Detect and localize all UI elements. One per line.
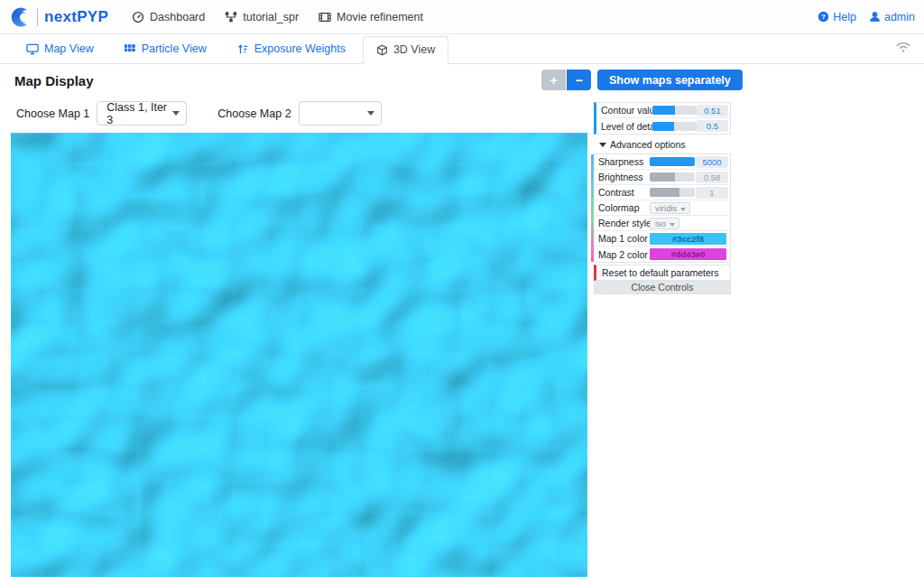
choose-map2-select[interactable] xyxy=(299,101,382,126)
chevron-down-icon xyxy=(172,111,180,116)
contrast-label: Contrast xyxy=(598,187,650,198)
render-style-label: Render style xyxy=(598,218,650,228)
map2-color-row: Map 2 color #dd43e0 xyxy=(594,247,730,262)
cube-icon xyxy=(376,44,388,56)
sharpness-row: Sharpness 5000 xyxy=(594,154,730,170)
map2-color-label: Map 2 color xyxy=(598,249,650,260)
colormap-label: Colormap xyxy=(598,202,650,213)
map1-color-row: Map 1 color #3cc2f8 xyxy=(594,231,730,247)
map-toolbar: + − Show maps separately xyxy=(541,70,743,90)
close-controls-label: Close Controls xyxy=(632,282,694,293)
help-icon: ? xyxy=(818,11,829,23)
contrast-slider xyxy=(650,188,695,197)
svg-text:?: ? xyxy=(821,13,826,21)
sharpness-slider[interactable] xyxy=(650,157,695,166)
close-controls-button[interactable]: Close Controls xyxy=(594,281,731,294)
page-title: Map Display xyxy=(14,73,94,88)
reset-defaults-label: Reset to default parameters xyxy=(602,267,719,278)
navbar-links: Dashboard tutorial_spr Movie refinement xyxy=(132,11,423,23)
tab-label: Particle View xyxy=(142,42,207,55)
render-style-row: Render style iso xyxy=(594,216,730,231)
map1-color-label: Map 1 color xyxy=(598,233,650,244)
help-link[interactable]: ? Help xyxy=(818,11,856,23)
display-controls-panel: Contour value 0.51 Level of detail 0.5 A… xyxy=(594,102,731,294)
level-of-detail-slider[interactable] xyxy=(652,122,697,131)
chevron-down-icon xyxy=(670,223,675,227)
nav-item-label: Movie refinement xyxy=(337,11,423,23)
colormap-select: viridis xyxy=(650,202,690,214)
help-label: Help xyxy=(833,11,856,23)
contour-value-field[interactable]: 0.51 xyxy=(697,105,728,116)
nav-item-project[interactable]: tutorial_spr xyxy=(225,11,299,23)
brightness-field: 0.58 xyxy=(696,172,728,183)
sort-icon xyxy=(237,43,249,55)
choose-map1-select[interactable]: Class 1, Iter 3 xyxy=(97,101,187,126)
level-of-detail-label: Level of detail xyxy=(601,121,652,132)
colormap-row: Colormap viridis xyxy=(594,200,730,216)
level-of-detail-field[interactable]: 0.5 xyxy=(697,120,728,132)
brightness-slider xyxy=(650,172,695,181)
navbar-right: ? Help admin xyxy=(818,11,915,23)
grid-icon xyxy=(125,43,136,55)
choose-map1-label: Choose Map 1 xyxy=(16,107,89,120)
nav-item-movie-refinement[interactable]: Movie refinement xyxy=(319,11,423,23)
map-selectors: Choose Map 1 Class 1, Iter 3 Choose Map … xyxy=(16,101,382,126)
brand-divider xyxy=(37,8,38,26)
sharpness-field[interactable]: 5000 xyxy=(696,156,728,168)
chevron-down-icon xyxy=(680,208,686,211)
tab-particle-view[interactable]: Particle View xyxy=(111,35,220,63)
app-window: nextPYP Dashboard tutorial_spr xyxy=(0,0,924,577)
contour-value-label: Contour value xyxy=(601,105,652,116)
tab-map-view[interactable]: Map View xyxy=(13,35,107,63)
tab-exposure-weights[interactable]: Exposure Weights xyxy=(224,35,359,63)
contour-value-slider[interactable] xyxy=(652,106,697,115)
tab-label: 3D View xyxy=(393,43,435,56)
level-of-detail-row: Level of detail 0.5 xyxy=(596,118,730,134)
nextpyp-logo-icon xyxy=(9,6,31,28)
zoom-out-button[interactable]: − xyxy=(567,70,591,90)
brightness-row: Brightness 0.58 xyxy=(594,170,730,185)
choose-map2-label: Choose Map 2 xyxy=(217,107,291,120)
user-label: admin xyxy=(884,11,915,23)
nav-item-label: tutorial_spr xyxy=(243,11,299,23)
user-icon xyxy=(869,11,881,23)
wifi-status-icon xyxy=(895,41,911,53)
nav-item-dashboard[interactable]: Dashboard xyxy=(132,11,205,23)
choose-map1-value: Class 1, Iter 3 xyxy=(106,101,168,126)
brightness-label: Brightness xyxy=(598,172,650,182)
map-canvas[interactable] xyxy=(11,133,587,577)
render-style-select: iso xyxy=(650,218,679,229)
contrast-field: 1 xyxy=(696,187,728,199)
advanced-options-label: Advanced options xyxy=(610,139,685,150)
tab-label: Map View xyxy=(44,42,94,55)
project-icon xyxy=(225,11,237,23)
monitor-icon xyxy=(26,43,39,55)
render-style-value: iso xyxy=(655,219,666,228)
basic-controls-group: Contour value 0.51 Level of detail 0.5 xyxy=(594,102,731,135)
show-maps-separately-button[interactable]: Show maps separately xyxy=(597,70,743,90)
contour-value-row: Contour value 0.51 xyxy=(596,103,730,118)
contrast-row: Contrast 1 xyxy=(594,185,730,200)
gauge-icon xyxy=(132,11,144,23)
colormap-value: viridis xyxy=(655,203,677,213)
user-menu[interactable]: admin xyxy=(869,11,915,23)
sharpness-label: Sharpness xyxy=(598,156,650,167)
chevron-down-icon xyxy=(367,111,374,116)
advanced-controls-group: Sharpness 5000 Brightness 0.58 Contrast … xyxy=(594,154,731,263)
map2-color-swatch[interactable]: #dd43e0 xyxy=(650,248,726,260)
zoom-in-button[interactable]: + xyxy=(541,70,566,90)
film-icon xyxy=(319,11,331,23)
nav-item-label: Dashboard xyxy=(150,11,205,23)
map1-color-swatch[interactable]: #3cc2f8 xyxy=(650,233,726,245)
tab-3d-view[interactable]: 3D View xyxy=(363,36,448,64)
advanced-options-toggle[interactable]: Advanced options xyxy=(594,137,731,152)
caret-down-icon xyxy=(599,143,606,147)
tab-label: Exposure Weights xyxy=(254,42,346,55)
reset-defaults-button[interactable]: Reset to default parameters xyxy=(594,265,731,281)
brand-name: nextPYP xyxy=(44,8,108,26)
top-navbar: nextPYP Dashboard tutorial_spr xyxy=(0,0,924,34)
view-tabbar: Map View Particle View Exposure Weights … xyxy=(0,34,924,64)
brand[interactable]: nextPYP xyxy=(9,6,108,28)
